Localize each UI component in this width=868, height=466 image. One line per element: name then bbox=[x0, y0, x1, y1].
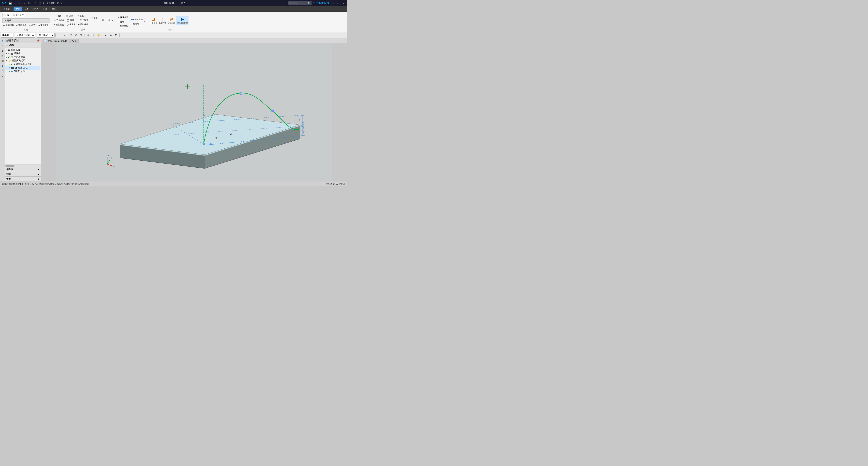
tb-pan[interactable]: ✋ bbox=[96, 33, 101, 37]
array-curve-btn[interactable]: ≋ 阵列曲线 bbox=[77, 23, 89, 26]
save-icon[interactable]: 💾 bbox=[8, 2, 12, 5]
tb-grid[interactable]: ⊞ bbox=[114, 33, 118, 37]
tb-more[interactable]: ⋯ bbox=[121, 33, 125, 37]
section-btn[interactable]: ✂ 截面 bbox=[28, 24, 36, 27]
sidebar-clock[interactable]: 🕐 bbox=[0, 68, 5, 73]
search-box[interactable]: 🔍 bbox=[288, 1, 311, 5]
nav-history[interactable]: ▼ 📁 模型历史记录 bbox=[5, 59, 40, 62]
assembly-dropdown[interactable]: 整个装配 bbox=[37, 33, 55, 37]
cam-icon: 📷 bbox=[10, 52, 13, 55]
constraint-expand[interactable]: ▼ bbox=[189, 19, 191, 21]
menu-home[interactable]: 主页 bbox=[13, 7, 22, 11]
filter-dropdown[interactable]: 无选择过滤器 bbox=[15, 33, 35, 37]
chamfer-btn[interactable]: ⌐ 倒斜角 bbox=[130, 22, 144, 26]
quick-dim-btn[interactable]: ⊿ 快速尺寸 bbox=[149, 16, 158, 25]
tb-render[interactable]: ■ bbox=[103, 33, 108, 37]
detail-header[interactable]: 细节 ▼ bbox=[5, 172, 41, 176]
arrow-icon[interactable]: ↖ bbox=[35, 2, 37, 5]
update-btn[interactable]: ↺ 更新模型 bbox=[37, 24, 50, 27]
tb-rotate[interactable]: ↺ bbox=[91, 33, 96, 37]
doc-tab-active[interactable]: 📄 sheet_metal_model1.... ✎ ✕ bbox=[42, 39, 79, 43]
nav-camera[interactable]: ▶ ✔ 📷 摄像机 bbox=[5, 52, 40, 55]
title-bar: NX 💾 ↩ ↪ ✂ ⎘ ↖ ⬚ ⊕ 切换窗口 ⊞ ▼ NX 12.0.2.9 … bbox=[0, 0, 347, 6]
profile-btn[interactable]: 〜 轮廓 bbox=[53, 14, 65, 18]
make-corner-btn[interactable]: ⌐ 制作拐角 bbox=[117, 24, 129, 28]
tb-undo[interactable]: ↩ bbox=[56, 33, 61, 37]
menu-internal[interactable]: 内部 bbox=[50, 7, 58, 11]
complete-btn[interactable]: ✔ 完成 bbox=[2, 18, 50, 23]
circle-btn[interactable]: ○ 圆 bbox=[99, 18, 105, 22]
cut-icon[interactable]: ✂ bbox=[24, 2, 26, 5]
sidebar-select[interactable]: ⊕ bbox=[0, 39, 5, 43]
tb-snap[interactable]: ⊕ bbox=[74, 33, 78, 37]
arc-btn[interactable]: ⌒ 圆弧 bbox=[90, 16, 98, 20]
menu-task[interactable]: 任务(T) bbox=[1, 7, 13, 11]
tb-redo[interactable]: ↪ bbox=[61, 33, 66, 37]
line-btn[interactable]: ╱ 直线 bbox=[77, 14, 89, 18]
canvas-area[interactable]: p25=30.0 2 Z X Y CDSAIG bbox=[41, 43, 347, 181]
sketch-dropdown[interactable]: ⬚ SKETCH 001 0 ▼ bbox=[2, 13, 25, 17]
polygon-btn[interactable]: ⬡ 多边形 bbox=[66, 23, 76, 26]
show-constraint-btn[interactable]: ▶ 显示草图约束 bbox=[176, 16, 188, 25]
undo-icon[interactable]: ↩ bbox=[14, 2, 16, 5]
menu-view[interactable]: 视图 bbox=[32, 7, 40, 11]
geo-constraint-btn[interactable]: ∥ 几何约束 bbox=[158, 16, 167, 25]
nav-model-view[interactable]: ▶ 🗂 模型视图 bbox=[5, 48, 40, 52]
datum-check: ✔ bbox=[8, 63, 10, 65]
nav-bend[interactable]: ✔ ⊢ SB 弯边 (3) bbox=[5, 70, 40, 73]
rect-btn[interactable]: □ 矩形 bbox=[66, 14, 76, 18]
sidebar-layer[interactable]: ◧ bbox=[0, 59, 5, 63]
doc-close[interactable]: ✕ bbox=[75, 40, 76, 42]
spacer bbox=[90, 21, 93, 24]
nav-expressions[interactable]: ▶ ✔ 📋 用户表达式 bbox=[5, 55, 40, 59]
sketch-ink-btn[interactable]: ≡ 草图着墨 bbox=[16, 24, 27, 27]
part-nav-pin[interactable]: 📌 bbox=[37, 39, 39, 42]
sidebar-gear[interactable]: ⚙ bbox=[0, 74, 5, 78]
tb-shading[interactable]: ◈ bbox=[108, 33, 113, 37]
nav-extrude[interactable]: ✔ ⬛ SB 突出块 (1) bbox=[5, 66, 40, 70]
offset-btn[interactable]: ≈ 偏置曲线 bbox=[53, 23, 65, 27]
window-icon[interactable]: ⊞ ▼ bbox=[57, 2, 62, 5]
switch-window[interactable]: 切换窗口 bbox=[46, 2, 55, 5]
sidebar-edit[interactable]: ✎ bbox=[0, 54, 5, 58]
point-btn[interactable]: + 点 bbox=[105, 18, 111, 22]
sidebar-arrow[interactable]: ↖ bbox=[0, 43, 5, 48]
redo-icon[interactable]: ↪ bbox=[18, 2, 20, 5]
fillet-btn[interactable]: ⌐ 圆角 bbox=[117, 20, 129, 24]
nav-datum[interactable]: ✔ ✔ ⊕ 基准坐标系 (0) bbox=[5, 62, 40, 66]
quick-extend-btn[interactable]: ⟶ 快速延伸 bbox=[130, 18, 144, 22]
search-input[interactable] bbox=[289, 2, 307, 4]
art-spline-btn[interactable]: ∿ 艺术样条 bbox=[53, 19, 65, 22]
preview-header[interactable]: 预览 ▼ bbox=[5, 177, 41, 181]
ellipse-btn[interactable]: ◯ 椭圆 bbox=[66, 18, 76, 22]
quick-trim-btn[interactable]: ✂ 快速修剪 bbox=[117, 16, 129, 20]
redraw-btn[interactable]: ⊞ 重新附着 bbox=[2, 24, 15, 27]
snap-icon[interactable]: ⊕ bbox=[42, 2, 44, 5]
section-icon: ✂ bbox=[29, 24, 31, 27]
sidebar-move[interactable]: ✥ bbox=[0, 49, 5, 53]
close-btn[interactable]: ✕ bbox=[342, 1, 345, 5]
nav-scrollbar[interactable] bbox=[5, 164, 41, 167]
edit-expand-icon: ▼ bbox=[144, 21, 146, 23]
tb-filter[interactable]: ▽ bbox=[79, 33, 84, 37]
select-icon[interactable]: ⬚ bbox=[38, 2, 41, 5]
sidebar-info[interactable]: ℹ bbox=[0, 64, 5, 68]
update-label: 更新模型 bbox=[40, 24, 49, 27]
set-symmetric-btn[interactable]: ⇌ 设为对称 bbox=[167, 16, 176, 25]
menu-analysis[interactable]: 分析 bbox=[23, 7, 31, 11]
related-header[interactable]: 相关性 ▼ bbox=[5, 167, 41, 172]
tb-select[interactable]: ⬚ bbox=[68, 33, 73, 37]
maximize-btn[interactable]: □ bbox=[336, 1, 340, 5]
sort-icon[interactable]: ▲ bbox=[6, 44, 8, 47]
curve-col2: □ 矩形 ◯ 椭圆 ⬡ 多边形 bbox=[66, 14, 76, 26]
menu-tools[interactable]: 工具 bbox=[41, 7, 49, 11]
conic-btn[interactable]: ~ 二次曲线 bbox=[77, 18, 89, 22]
menu-dropdown[interactable]: 菜单(M ▼ bbox=[1, 33, 13, 37]
curve-expand[interactable]: ▼ bbox=[112, 19, 114, 21]
copy-icon[interactable]: ⎘ bbox=[28, 2, 30, 4]
tb-zoom[interactable]: 🔍 bbox=[86, 33, 90, 37]
conic-label: 二次曲线 bbox=[80, 19, 88, 22]
minimize-btn[interactable]: ─ bbox=[331, 1, 335, 5]
scrollbar-thumb[interactable] bbox=[5, 165, 14, 167]
edit-expand[interactable]: ▼ bbox=[144, 21, 146, 23]
